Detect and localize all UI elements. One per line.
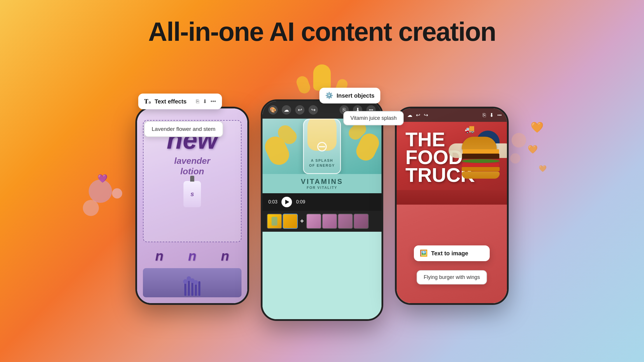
left-prompt-text: Lavender flower and stem xyxy=(152,126,216,132)
vitamin-prompt-bubble: Vitamin juice splash xyxy=(343,111,404,125)
phone-left-wrapper: 𝐓ₐ Text effects ⎘ ⬇ ••• Lavender flower … xyxy=(135,107,249,314)
film-frame-3[interactable] xyxy=(306,214,321,229)
page-title: All-in-one AI content creation xyxy=(0,0,644,46)
video-time-total: 0:09 xyxy=(296,199,305,205)
vitamins-sub-text: FOR VITALITY xyxy=(266,186,378,190)
burger-stack xyxy=(462,137,500,179)
letter-sample-2: n xyxy=(188,248,196,264)
toolbar-copy-icon[interactable]: ⎘ xyxy=(196,99,199,105)
undo-icon[interactable]: ↩ xyxy=(295,105,304,115)
vitamin-logo: ⊖ xyxy=(316,138,328,155)
play-button[interactable] xyxy=(281,197,292,207)
lavender-field xyxy=(143,268,242,297)
text-effects-icon: 𝐓ₐ xyxy=(144,98,151,105)
more-icon-right[interactable]: ••• xyxy=(497,113,502,117)
video-time-current: 0:03 xyxy=(268,199,277,205)
vitamins-main-text: VITAMINS xyxy=(266,178,378,186)
insert-objects-icon: ⚙️ xyxy=(325,92,333,99)
splash-left-top xyxy=(295,75,312,95)
food-truck-visual: THE FOOD TRUCK nowopen 🚚 xyxy=(397,122,507,190)
vitamins-visual: ⊖ A SPLASHOF ENERGY xyxy=(262,119,382,174)
phone-left-inner: new lavender lotion s n xyxy=(137,108,247,303)
bun-top xyxy=(462,137,497,150)
plus-connector: + xyxy=(300,217,304,225)
film-frame-4[interactable] xyxy=(322,214,337,229)
flying-burger-prompt-bubble: Flying burger with wings xyxy=(416,270,487,284)
text-effects-bubble: 𝐓ₐ Text effects ⎘ ⬇ ••• xyxy=(138,94,222,109)
splash-above xyxy=(313,64,331,91)
text-to-image-label: Text to image xyxy=(431,250,468,257)
filmstrip: + xyxy=(262,211,382,232)
toolbar-more-icon[interactable]: ••• xyxy=(211,99,216,105)
heart-deco-3: 🧡 xyxy=(528,145,538,154)
phones-container: 𝐓ₐ Text effects ⎘ ⬇ ••• Lavender flower … xyxy=(0,58,644,362)
heart-deco-4: 🧡 xyxy=(539,165,547,173)
letter-sample-1: n xyxy=(155,248,163,264)
heart-deco-1: 💜 xyxy=(97,174,108,183)
toolbar-download-icon[interactable]: ⬇ xyxy=(203,98,207,105)
insert-objects-label: Insert objects xyxy=(337,92,374,99)
second-patty xyxy=(462,167,500,171)
phone-center-inner: 🎨 ☁ ↩ ↪ ⎘ ⬇ ••• xyxy=(262,101,382,319)
bun-bottom xyxy=(462,171,500,179)
energy-text: A SPLASHOF ENERGY xyxy=(309,158,335,168)
film-frame-2[interactable] xyxy=(283,214,298,229)
undo-icon-right[interactable]: ↩ xyxy=(416,112,420,118)
redo-icon-right[interactable]: ↪ xyxy=(424,112,428,118)
cloud-icon-right[interactable]: ☁ xyxy=(407,112,412,118)
circle-deco-1 xyxy=(512,133,526,147)
vitamin-prompt-text: Vitamin juice splash xyxy=(350,115,397,121)
vitamins-label: VITAMINS FOR VITALITY xyxy=(262,174,382,193)
heart-deco-2: 🧡 xyxy=(531,121,544,133)
left-phone-prompt-bubble: Lavender flower and stem xyxy=(144,121,223,137)
cheese-layer xyxy=(463,149,499,154)
letter-sample-3: n xyxy=(221,248,229,264)
copy-icon-right[interactable]: ⎘ xyxy=(483,112,486,118)
cloud-icon[interactable]: ☁ xyxy=(282,105,291,115)
text-to-image-icon: 🖼️ xyxy=(420,249,428,257)
film-frame-6[interactable] xyxy=(354,214,369,229)
phone-center: 🎨 ☁ ↩ ↪ ⎘ ⬇ ••• xyxy=(261,99,383,321)
text-to-image-bubble[interactable]: 🖼️ Text to image xyxy=(414,245,490,261)
brand-text: lavender lotion xyxy=(174,156,210,177)
source-frames xyxy=(267,214,298,229)
burger-illustration xyxy=(449,132,507,184)
film-frame-1[interactable] xyxy=(267,214,282,229)
food-truck-bottom xyxy=(397,190,507,205)
download-icon-right[interactable]: ⬇ xyxy=(489,112,494,118)
tomato-layer xyxy=(462,163,499,167)
text-preview-box: new lavender lotion s xyxy=(143,120,242,242)
circle-deco-2 xyxy=(510,153,520,164)
flying-burger-prompt-text: Flying burger with wings xyxy=(424,274,480,280)
phone-center-wrapper: ⚙️ Insert objects Vitamin juice splash 🎨… xyxy=(261,99,383,321)
lotion-bottle-icon: s xyxy=(183,181,201,207)
redo-icon[interactable]: ↪ xyxy=(309,105,318,115)
energy-text-content: A SPLASHOF ENERGY xyxy=(309,158,335,168)
palette-icon[interactable]: 🎨 xyxy=(268,105,278,115)
lettuce-layer xyxy=(462,159,500,163)
text-effects-label: Text effects xyxy=(155,98,187,105)
generated-frames xyxy=(306,214,369,229)
phone-right-wrapper: 🖼️ Text to image Flying burger with wing… xyxy=(395,107,509,314)
video-player: 0:03 0:09 xyxy=(262,193,382,211)
right-toolbar: ‹ ☁ ↩ ↪ ⎘ ⬇ ••• xyxy=(397,108,507,122)
patty-layer xyxy=(462,154,499,159)
insert-objects-bubble: ⚙️ Insert objects xyxy=(319,88,380,103)
letter-samples-row: n n n xyxy=(143,245,242,265)
play-triangle-icon xyxy=(285,200,289,204)
film-frame-5[interactable] xyxy=(338,214,353,229)
